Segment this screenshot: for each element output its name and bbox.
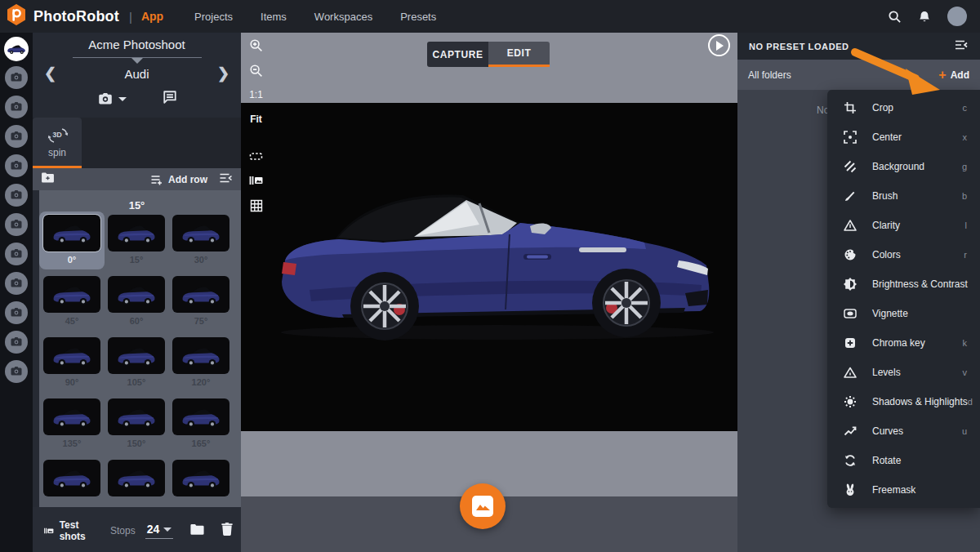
car-thumb-icon: [49, 283, 95, 306]
menu-item[interactable]: Curves u: [827, 416, 980, 446]
menu-item-shortcut: l: [965, 220, 967, 230]
add-folder-icon[interactable]: [41, 171, 55, 187]
menu-open-icon[interactable]: [954, 39, 969, 54]
delete-trash-icon[interactable]: [221, 523, 233, 539]
frame-thumbnail[interactable]: 45°: [43, 276, 100, 330]
frame-thumbnail[interactable]: 75°: [172, 276, 229, 330]
frame-image: [172, 337, 229, 374]
frame-image: [43, 398, 100, 435]
plus-icon: +: [938, 69, 946, 82]
camera-slot[interactable]: [5, 243, 28, 265]
frame-thumbnail[interactable]: 60°: [108, 276, 165, 330]
shoot-title: Acme Photoshoot: [33, 33, 241, 51]
menu-item-label: Curves: [872, 425, 962, 437]
frame-angle-label: 105°: [108, 374, 165, 391]
camera-slot[interactable]: [5, 272, 28, 295]
camera-select-dropdown[interactable]: [97, 92, 127, 106]
menu-item-label: Shadows & Highlights: [872, 396, 968, 407]
camera-icon: [10, 130, 23, 143]
zoom-in-icon[interactable]: [249, 38, 263, 52]
zoom-fit-button[interactable]: Fit: [250, 114, 262, 125]
nav-link[interactable]: Items: [261, 11, 287, 23]
car-thumb-icon: [114, 283, 159, 306]
frame-thumbnail[interactable]: 135°: [43, 398, 100, 452]
camera-slot[interactable]: [5, 184, 28, 207]
camera-slot[interactable]: [5, 154, 28, 177]
search-icon[interactable]: [888, 10, 902, 24]
tab-spin[interactable]: 3D spin: [33, 118, 82, 168]
menu-item[interactable]: Brush b: [827, 181, 980, 211]
car-thumb-icon: [49, 406, 95, 429]
tab-capture[interactable]: CAPTURE: [427, 42, 488, 67]
frame-thumbnail[interactable]: 30°: [172, 215, 229, 269]
frame-angle-label: 0°: [43, 252, 100, 269]
frame-thumbnail[interactable]: 0°: [43, 215, 100, 269]
filmstrip-icon[interactable]: [249, 175, 263, 186]
frame-thumbnail[interactable]: 90°: [43, 337, 100, 391]
menu-item-label: Freemask: [872, 484, 967, 496]
menu-item[interactable]: Background g: [827, 152, 980, 181]
frame-thumbnail[interactable]: 150°: [108, 398, 165, 452]
frame-thumbnail[interactable]: 105°: [108, 337, 165, 391]
camera-slot[interactable]: [5, 125, 28, 148]
menu-item-label: Background: [872, 161, 962, 172]
menu-item[interactable]: Clarity l: [827, 211, 980, 240]
grid-icon[interactable]: [250, 199, 263, 212]
camera-slot[interactable]: [5, 213, 28, 236]
top-navbar: PhotoRobot | App ProjectsItemsWorkspaces…: [0, 0, 980, 33]
menu-item-shortcut: k: [963, 338, 968, 348]
car-thumb-icon: [178, 406, 224, 429]
camera-slot[interactable]: [5, 301, 28, 324]
car-photo: [261, 177, 718, 357]
folder-icon[interactable]: [189, 523, 205, 539]
camera-slot[interactable]: [5, 331, 28, 354]
zoom-out-icon[interactable]: [249, 64, 263, 78]
frame-thumbnail[interactable]: 165°: [172, 398, 229, 452]
add-preset-button[interactable]: + Add: [938, 69, 969, 82]
menu-item[interactable]: Crop c: [827, 93, 980, 122]
camera-slot[interactable]: [5, 96, 28, 118]
nav-link[interactable]: Projects: [194, 11, 233, 23]
menu-item[interactable]: Shadows & Highlights d: [827, 387, 980, 416]
frame-angle-label: [43, 496, 100, 507]
frame-thumbnail[interactable]: 15°: [108, 215, 165, 269]
camera-slot[interactable]: [5, 360, 28, 383]
menu-item[interactable]: Brightness & Contrast: [827, 269, 980, 299]
add-row-button[interactable]: Add row: [150, 174, 207, 185]
frame-thumbnail[interactable]: [108, 460, 165, 507]
menu-open-icon[interactable]: [219, 172, 233, 187]
frame-thumbnail[interactable]: 120°: [172, 337, 229, 391]
prev-item-chevron-icon[interactable]: ❮: [44, 66, 56, 81]
frame-image: [172, 398, 229, 435]
capture-image-fab[interactable]: [460, 483, 506, 529]
brand[interactable]: PhotoRobot | App: [0, 4, 163, 29]
user-avatar[interactable]: [947, 7, 967, 26]
spin-tab-label: spin: [48, 147, 66, 158]
test-shots-toggle[interactable]: Test shots: [44, 519, 91, 542]
tab-edit[interactable]: EDIT: [488, 42, 550, 67]
frame-thumbnail[interactable]: [43, 460, 100, 507]
frame-image: [43, 215, 100, 252]
menu-item[interactable]: Chroma key k: [827, 328, 980, 358]
play-button[interactable]: [708, 34, 730, 56]
nav-link[interactable]: Presets: [400, 11, 436, 23]
stops-select[interactable]: 24: [145, 523, 174, 539]
menu-item[interactable]: Rotate: [827, 446, 980, 475]
zoom-100-button[interactable]: 1:1: [249, 89, 263, 100]
camera-slot[interactable]: [5, 66, 28, 89]
menu-item[interactable]: Levels v: [827, 358, 980, 387]
comments-icon[interactable]: [163, 90, 177, 108]
active-item-thumbnail[interactable]: [4, 37, 29, 61]
notifications-bell-icon[interactable]: [918, 10, 931, 24]
frame-thumbnail[interactable]: [172, 460, 229, 507]
menu-item[interactable]: Vignette: [827, 299, 980, 328]
next-item-chevron-icon[interactable]: ❯: [217, 66, 229, 81]
selection-dashed-icon[interactable]: [249, 151, 263, 162]
car-thumb-icon: [114, 222, 159, 245]
photo-viewport[interactable]: [241, 103, 737, 431]
menu-item-icon: [843, 130, 858, 145]
menu-item[interactable]: Colors r: [827, 240, 980, 269]
menu-item[interactable]: Freemask: [827, 475, 980, 505]
menu-item[interactable]: Center x: [827, 122, 980, 152]
nav-link[interactable]: Workspaces: [314, 11, 372, 23]
